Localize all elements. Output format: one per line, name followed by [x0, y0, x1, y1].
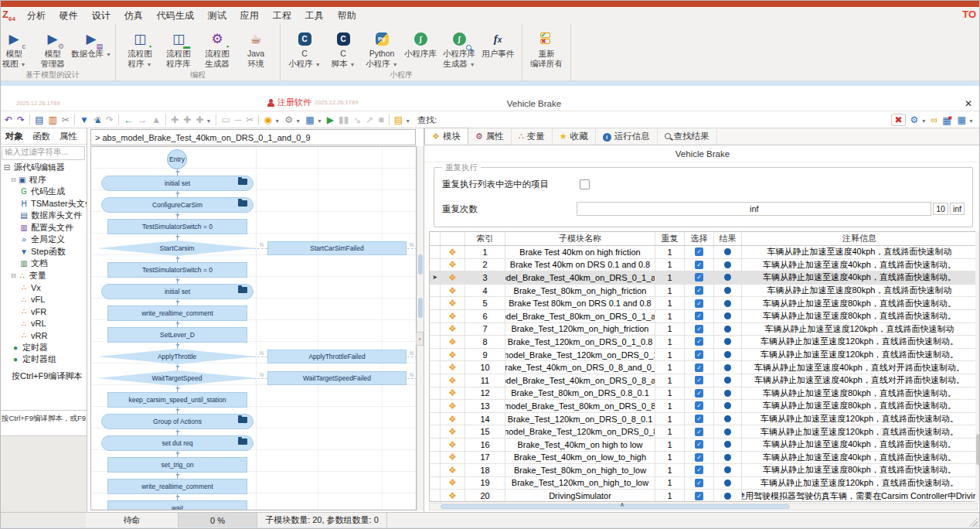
table-row[interactable]: ❖17Brake_Test_40km_on_low_to_high1✓车辆从静止…	[430, 452, 977, 465]
flow-node-TestSimulatorSwitch-=-0[interactable]: TestSimulatorSwitch = 0	[107, 262, 247, 278]
name-cell[interactable]: Brake_Test_40km_on_DRS_0_8_and_0_1	[505, 361, 655, 374]
break-link-icon[interactable]: ✂	[246, 115, 254, 125]
delete-icon[interactable]: ✖	[891, 114, 905, 126]
repeat-cell[interactable]: 1	[655, 464, 685, 476]
tab-收藏[interactable]: ★收藏	[553, 128, 596, 145]
flow-node-Group-of-Actions[interactable]: Group of Actions	[101, 414, 254, 429]
ribbon-button-c-script[interactable]: CC脚本 ▼	[324, 27, 362, 69]
add-more-icon[interactable]: ✚ ▼	[196, 115, 211, 125]
tree-item-vRL[interactable]: ∴vRL	[1, 318, 87, 330]
repeat-cell[interactable]: 1	[655, 439, 685, 451]
selected-checkbox[interactable]: ✓	[695, 415, 703, 423]
flowchart-canvas[interactable]: Entryinitial setConfigureCarSimTestSimul…	[90, 146, 417, 510]
select-cell[interactable]: ✓	[685, 349, 714, 361]
selected-checkbox[interactable]: ✓	[695, 350, 703, 359]
tree-item-Vx[interactable]: ∴Vx	[1, 282, 87, 294]
table-row[interactable]: ❖7Brake_Test_120km_on_high_friction1✓车辆从…	[430, 323, 977, 336]
flow-node-TestSimulatorSwitch-=-0[interactable]: TestSimulatorSwitch = 0	[107, 219, 247, 234]
selected-checkbox[interactable]: ✓	[695, 440, 703, 449]
menu-item-仿真[interactable]: 仿真	[117, 7, 150, 25]
resize-grip[interactable]	[968, 517, 978, 527]
flow-node-write_realtime_comment[interactable]: write_realtime_comment	[107, 479, 247, 494]
repeat-cell[interactable]: 1	[655, 297, 685, 309]
left-tab-对象[interactable]: 对象	[1, 128, 28, 144]
ribbon-button-flowchart-program[interactable]: ◫▪流程图程序 ▼	[121, 27, 159, 69]
ribbon-button-model-manager[interactable]: ▶⚙模型管理器	[33, 27, 72, 69]
select-cell[interactable]: ✓	[685, 259, 714, 271]
tab-运行信息[interactable]: i运行信息	[596, 128, 658, 145]
ribbon-button-java-env[interactable]: ☕Java环境	[236, 27, 275, 69]
breadcrumb[interactable]: > abs_model_Brake_Test_40km_on_DRS_0_1_a…	[90, 129, 416, 145]
stop-icon[interactable]: ■	[378, 115, 383, 125]
table-row[interactable]: ❖14Brake_Test_120km_on_DRS_0_8_0.11✓车辆从静…	[430, 413, 977, 426]
name-cell[interactable]: Brake_Test_40km_on high to low	[505, 439, 655, 451]
selected-checkbox[interactable]: ✓	[695, 428, 703, 436]
table-row[interactable]: ❖2Brake Test 40km on DRS 0.1 and 0.81✓车辆…	[430, 259, 977, 272]
name-cell[interactable]: abs_model_Brake_Test_120km_on_DRS_0_8_0_…	[505, 425, 655, 438]
ribbon-button-flowchart-generator[interactable]: ⚙▪流程图生成器	[198, 27, 236, 69]
flow-node-WaitTargetSpeedFailed[interactable]: WaitTargetSpeedFailed	[267, 371, 407, 385]
flowchart-vscrollbar[interactable]	[417, 146, 424, 510]
tab-模块[interactable]: ❖模块	[424, 128, 468, 145]
preset-10-button[interactable]: 10	[933, 203, 948, 215]
tree-item-代码生成[interactable]: G代码生成	[1, 186, 87, 198]
table-row[interactable]: ❖12Brake_Test_80km_on_DRS_0.8_0.11✓车辆从静止…	[430, 387, 977, 401]
name-cell[interactable]: abs_model_Brake_Test_40km_on_DRS_0_1_and…	[505, 271, 655, 284]
ribbon-button-data-warehouse[interactable]: ▶▤数据仓库 ▼	[72, 27, 111, 59]
name-cell[interactable]: Brake_Test_80km_on_high_to_low	[505, 464, 655, 476]
select-cell[interactable]: ✓	[685, 387, 714, 400]
table-row[interactable]: ❖9abs_model_Brake_Test_120km_on_DRS_0_1_…	[430, 349, 977, 362]
selected-checkbox[interactable]: ✓	[695, 312, 703, 320]
repeat-cell[interactable]: 1	[655, 425, 685, 438]
add-branch-icon[interactable]: ✚	[183, 115, 191, 125]
select-cell[interactable]: ✓	[685, 374, 714, 387]
selected-checkbox[interactable]: ✓	[695, 261, 703, 269]
name-cell[interactable]: Brake_Test_120km_on_high_to_low	[505, 477, 655, 490]
tree-item-vRR[interactable]: ∴vRR	[1, 329, 87, 342]
repeat-cell[interactable]: 1	[655, 374, 685, 387]
remove-icon[interactable]: ─	[235, 115, 242, 125]
move-down-icon[interactable]: ▼	[80, 115, 89, 125]
repeat-cell[interactable]: 1	[655, 413, 685, 425]
column-header-注释信息[interactable]: 注释信息	[742, 232, 977, 245]
tree-item-源代码编辑器[interactable]: ⊟源代码编辑器	[1, 162, 87, 174]
select-cell[interactable]: ✓	[685, 400, 714, 412]
name-cell[interactable]: abs_model_Brake_Test_80km_on_DRS_0_8_0_1	[505, 400, 655, 412]
name-cell[interactable]: abs_model_Brake_Test_80km_on_DRS_0_1_and…	[505, 310, 655, 323]
log-icon[interactable]: ▤ ▼	[394, 115, 411, 125]
select-cell[interactable]: ✓	[685, 297, 714, 309]
menu-item-分析[interactable]: 分析	[20, 7, 53, 25]
select-cell[interactable]: ✓	[685, 246, 714, 258]
left-tab-属性[interactable]: 属性	[55, 128, 82, 144]
record-icon[interactable]: ◉ ▼	[264, 115, 280, 125]
column-header-选择[interactable]: 选择	[685, 232, 714, 245]
tree-item-数据库头文件[interactable]: ▤数据库头文件	[1, 210, 87, 222]
select-cell[interactable]: ✓	[685, 464, 714, 476]
selected-checkbox[interactable]: ✓	[695, 453, 703, 462]
table-row[interactable]: ❖20DrivingSimulator1✓使用驾驶模拟器驾驶仿真车辆，需要在Ca…	[430, 490, 977, 502]
filter-input[interactable]: 输入过滤字符串...	[2, 146, 85, 160]
tab-变量[interactable]: ∴变量	[512, 128, 553, 145]
name-cell[interactable]: abs_model_Brake_Test_40km_on_DRS_0_8_and…	[505, 374, 655, 387]
menu-item-工具[interactable]: 工具	[298, 7, 331, 25]
flow-node-write_realtime_comment[interactable]: write_realtime_comment	[107, 305, 247, 321]
selected-checkbox[interactable]: ✓	[695, 492, 703, 500]
table-row[interactable]: ❖16Brake_Test_40km_on high to low1✓车辆从静止…	[430, 439, 977, 452]
repeat-cell[interactable]: 1	[655, 259, 685, 271]
repeat-cell[interactable]: 1	[655, 452, 685, 464]
flow-node-entry[interactable]: Entry	[167, 149, 187, 169]
selected-checkbox[interactable]: ✓	[695, 273, 703, 282]
flow-node-StartCarSimFailed[interactable]: StartCarSimFailed	[267, 241, 407, 255]
select-cell[interactable]: ✓	[685, 477, 714, 490]
menu-item-测试[interactable]: 测试	[201, 7, 233, 25]
table-row[interactable]: ❖4Brake_Test_80km_on_high_friction1✓车辆从静…	[430, 285, 977, 298]
tree-item-定时器组[interactable]: ●定时器组	[1, 353, 87, 366]
close-icon[interactable]: ✕	[962, 98, 975, 109]
tree-item-vFR[interactable]: ∴vFR	[1, 305, 87, 318]
column-header-结果[interactable]: 结果	[714, 232, 742, 245]
table-row[interactable]: ❖6abs_model_Brake_Test_80km_on_DRS_0_1_a…	[430, 310, 977, 323]
tab-属性[interactable]: ⚙属性	[468, 128, 512, 145]
table-row[interactable]: ➤❖3abs_model_Brake_Test_40km_on_DRS_0_1_…	[430, 271, 977, 285]
run-icon[interactable]: ▶	[327, 115, 334, 125]
selected-checkbox[interactable]: ✓	[695, 337, 703, 346]
